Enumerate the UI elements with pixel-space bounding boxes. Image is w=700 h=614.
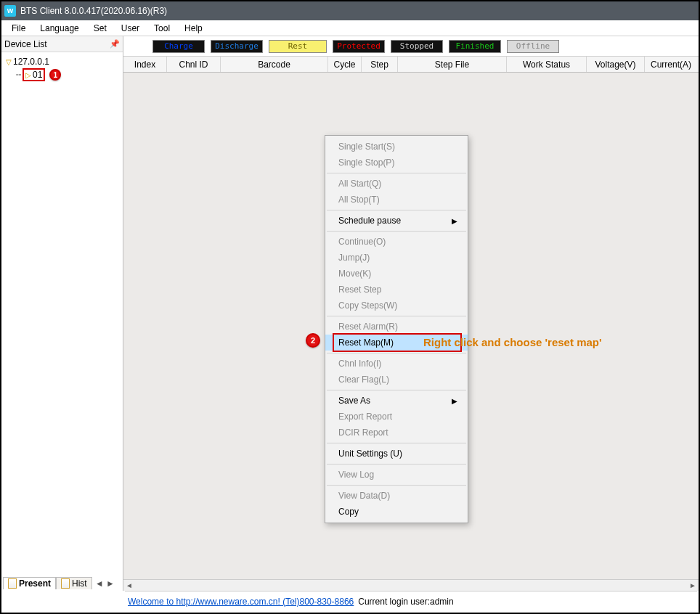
menu-set[interactable]: Set	[88, 22, 113, 35]
sidebar-header: Device List 📌	[1, 36, 123, 52]
tab-hist-label: Hist	[72, 578, 87, 589]
ctx-separator	[327, 443, 466, 443]
status-charge[interactable]: Charge	[152, 40, 205, 53]
ctx-separator	[327, 210, 466, 210]
ctx-separator	[327, 390, 466, 390]
tab-hist[interactable]: Hist	[56, 577, 92, 589]
menu-language[interactable]: Language	[34, 22, 84, 35]
menu-bar: File Language Set User Tool Help	[1, 20, 699, 36]
footer-link[interactable]: Welcome to http://www.neware.com.cn! (Te…	[128, 597, 354, 607]
status-offline[interactable]: Offline	[507, 40, 559, 53]
ctx-view-data[interactable]: View Data(D)	[325, 488, 468, 504]
ctx-single-stop[interactable]: Single Stop(P)	[325, 155, 468, 171]
ctx-view-log[interactable]: View Log	[325, 467, 468, 483]
tab-scroll-arrows[interactable]: ◄ ►	[92, 578, 115, 589]
ctx-single-start[interactable]: Single Start(S)	[325, 139, 468, 155]
window-title: BTS Client 8.0.0.417(2020.06.16)(R3)	[20, 6, 167, 16]
ctx-separator	[327, 316, 466, 316]
ctx-save-as-label: Save As	[338, 396, 370, 406]
tree-connector: ┈	[16, 70, 21, 80]
ctx-move[interactable]: Move(K)	[325, 266, 468, 282]
menu-tool[interactable]: Tool	[148, 22, 176, 35]
status-protected[interactable]: Protected	[333, 40, 385, 53]
play-icon: ▷	[25, 71, 31, 79]
pin-icon[interactable]: 📌	[110, 39, 120, 49]
ctx-separator	[327, 231, 466, 232]
horizontal-scrollbar[interactable]: ◄ ►	[123, 579, 699, 591]
ctx-continue[interactable]: Continue(O)	[325, 234, 468, 250]
login-info: Current login user:admin	[358, 597, 453, 607]
ctx-reset-alarm[interactable]: Reset Alarm(R)	[325, 319, 468, 335]
annotation-badge-2: 2	[306, 333, 320, 348]
ctx-jump[interactable]: Jump(J)	[325, 250, 468, 266]
ctx-save-as[interactable]: Save As ▶	[325, 393, 468, 409]
col-current[interactable]: Current(A)	[645, 57, 697, 72]
ip-label: 127.0.0.1	[13, 57, 49, 67]
col-voltage[interactable]: Voltage(V)	[587, 57, 645, 72]
doc-icon	[8, 578, 17, 589]
status-bar: Welcome to http://www.neware.com.cn! (Te…	[125, 591, 697, 611]
status-discharge[interactable]: Discharge	[211, 40, 263, 53]
title-bar: W BTS Client 8.0.0.417(2020.06.16)(R3)	[1, 1, 699, 20]
sidebar-title: Device List	[4, 39, 47, 49]
tab-present-label: Present	[19, 578, 51, 589]
doc-icon	[61, 578, 70, 589]
status-stopped[interactable]: Stopped	[391, 40, 443, 53]
menu-user[interactable]: User	[115, 22, 145, 35]
ctx-separator	[327, 353, 466, 353]
tree-ip-node[interactable]: ▽ 127.0.0.1	[6, 57, 118, 67]
device-label: 01	[33, 70, 42, 80]
app-icon: W	[4, 5, 16, 17]
col-step-file[interactable]: Step File	[398, 57, 507, 72]
status-rest[interactable]: Rest	[269, 40, 327, 53]
ctx-export-report[interactable]: Export Report	[325, 409, 468, 425]
tree-device-node[interactable]: ┈ ▷ 01 1	[16, 68, 118, 81]
expand-icon[interactable]: ▽	[6, 58, 12, 66]
bottom-tab-strip: Present Hist ◄ ►	[3, 577, 115, 589]
status-legend-row: Charge Discharge Rest Protected Stopped …	[123, 36, 699, 57]
tab-present[interactable]: Present	[3, 577, 56, 589]
menu-help[interactable]: Help	[179, 22, 208, 35]
annotation-text: Right click and choose 'reset map'	[423, 336, 602, 348]
col-step[interactable]: Step	[362, 57, 398, 72]
ctx-all-stop[interactable]: All Stop(T)	[325, 192, 468, 208]
ctx-clear-flag[interactable]: Clear Flag(L)	[325, 372, 468, 388]
ctx-copy-steps[interactable]: Copy Steps(W)	[325, 298, 468, 314]
context-menu: Single Start(S) Single Stop(P) All Start…	[325, 135, 468, 523]
status-finished[interactable]: Finished	[449, 40, 501, 53]
ctx-chnl-info[interactable]: Chnl Info(I)	[325, 356, 468, 372]
ctx-reset-step[interactable]: Reset Step	[325, 282, 468, 298]
ctx-separator	[327, 464, 466, 464]
device-tree: ▽ 127.0.0.1 ┈ ▷ 01 1	[1, 52, 123, 591]
menu-file[interactable]: File	[6, 22, 31, 35]
scroll-left-icon[interactable]: ◄	[123, 580, 135, 592]
ctx-schedule-pause[interactable]: Schedule pause ▶	[325, 213, 468, 229]
annotation-badge-1: 1	[49, 69, 61, 81]
sidebar: Device List 📌 ▽ 127.0.0.1 ┈ ▷ 01 1	[1, 36, 123, 591]
ctx-unit-settings[interactable]: Unit Settings (U)	[325, 446, 468, 462]
scroll-right-icon[interactable]: ►	[687, 580, 699, 592]
col-index[interactable]: Index	[123, 57, 167, 72]
submenu-arrow-icon: ▶	[452, 217, 457, 225]
col-barcode[interactable]: Barcode	[221, 57, 328, 72]
ctx-schedule-pause-label: Schedule pause	[338, 216, 401, 226]
submenu-arrow-icon: ▶	[452, 397, 457, 405]
col-chnl-id[interactable]: Chnl ID	[167, 57, 221, 72]
ctx-separator	[327, 485, 466, 486]
col-cycle[interactable]: Cycle	[328, 57, 362, 72]
ctx-copy[interactable]: Copy	[325, 504, 468, 520]
table-header: Index Chnl ID Barcode Cycle Step Step Fi…	[123, 57, 699, 73]
ctx-dcir-report[interactable]: DCIR Report	[325, 425, 468, 441]
ctx-separator	[327, 173, 466, 173]
ctx-all-start[interactable]: All Start(Q)	[325, 176, 468, 192]
col-work-status[interactable]: Work Status	[507, 57, 587, 72]
